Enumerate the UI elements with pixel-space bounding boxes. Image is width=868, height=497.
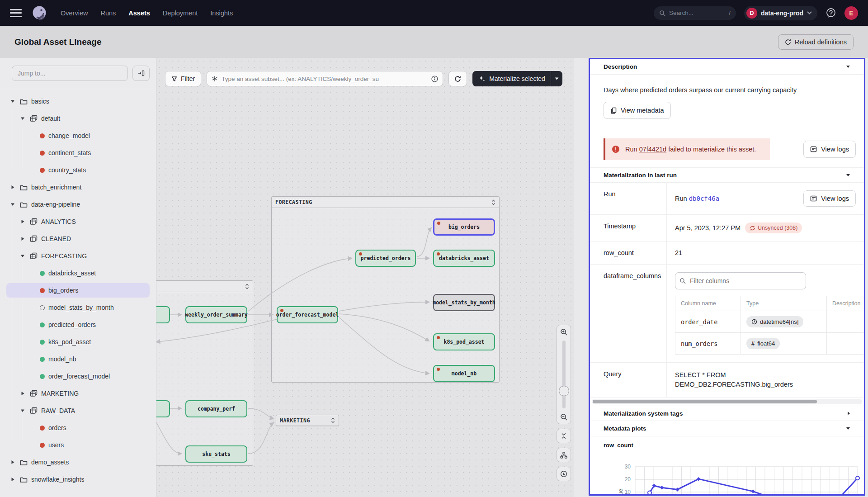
- sidebar-item-continent_stats[interactable]: continent_stats: [0, 144, 156, 161]
- sidebar-item-demo_assets[interactable]: demo_assets: [0, 454, 156, 471]
- search-input[interactable]: Search... /: [654, 6, 736, 20]
- sidebar-item-basics[interactable]: basics: [0, 93, 156, 110]
- asset-subset-input[interactable]: [222, 76, 428, 82]
- tree-down-arrow-icon[interactable]: [19, 409, 26, 412]
- run-failed-alert: Run 07f4421d failed to materialize this …: [604, 138, 770, 160]
- graph-node-big_orders[interactable]: big_orders: [433, 218, 495, 236]
- system-tags-section-header[interactable]: Materialization system tags: [590, 406, 864, 421]
- nav-item-overview[interactable]: Overview: [61, 9, 88, 17]
- materialize-selected-button[interactable]: Materialize selected: [472, 71, 562, 86]
- sidebar-item-raw_data[interactable]: RAW_DATA: [0, 402, 156, 419]
- graph-node-databricks_asset[interactable]: databricks_asset: [433, 250, 495, 267]
- graph-node-model_stats_by_month[interactable]: model_stats_by_month: [433, 294, 495, 311]
- logs-icon: [810, 146, 817, 152]
- collapse-groups-button[interactable]: [557, 429, 571, 443]
- filter-button[interactable]: Filter: [165, 71, 201, 86]
- asset-group-icon: [30, 252, 38, 260]
- run-id-link[interactable]: db0cf46a: [689, 195, 719, 202]
- graph-node-k8s_pod_asset[interactable]: k8s_pod_asset: [433, 333, 495, 350]
- sidebar-item-batch_enrichment[interactable]: batch_enrichment: [0, 179, 156, 196]
- sidebar-item-model_stats_by_month[interactable]: model_stats_by_month: [0, 299, 156, 316]
- sidebar-item-change_model[interactable]: change_model: [0, 127, 156, 144]
- jump-to-input[interactable]: [12, 66, 128, 81]
- sidebar-item-order_forecast_model[interactable]: order_forecast_model: [0, 368, 156, 385]
- zoom-in-button[interactable]: [557, 325, 571, 339]
- help-icon[interactable]: [826, 8, 836, 19]
- graph-node-weekly_order_summary[interactable]: weekly_order_summary: [185, 306, 247, 323]
- failed-run-link[interactable]: 07f4421d: [639, 146, 666, 153]
- sidebar-item-k8s_pod_asset[interactable]: k8s_pod_asset: [0, 333, 156, 350]
- sidebar-item-default[interactable]: default: [0, 110, 156, 127]
- deployment-name: data-eng-prod: [761, 9, 803, 17]
- sidebar-item-predicted_orders[interactable]: predicted_orders: [0, 316, 156, 333]
- graph-node-sku_stats[interactable]: sku_stats: [185, 445, 247, 463]
- folder-icon: [20, 201, 28, 208]
- sidebar-item-orders[interactable]: orders: [0, 419, 156, 436]
- sidebar-item-users[interactable]: users: [0, 436, 156, 454]
- scrollbar-thumb[interactable]: [593, 400, 817, 403]
- asset-status-dot-red: [40, 133, 45, 138]
- row-count-chart: 302010Value: [590, 450, 864, 496]
- tree-down-arrow-icon[interactable]: [9, 99, 16, 103]
- hash-icon: #: [751, 340, 755, 347]
- nav-item-assets[interactable]: Assets: [128, 9, 150, 17]
- view-metadata-button[interactable]: View metadata: [604, 102, 671, 119]
- graph-node-company_perf[interactable]: company_perf: [185, 400, 247, 417]
- sidebar-item-country_stats[interactable]: country_stats: [0, 161, 156, 179]
- menu-icon[interactable]: [10, 9, 22, 17]
- svg-text:10: 10: [625, 489, 631, 495]
- materialize-options-caret[interactable]: [551, 71, 562, 86]
- sidebar-item-model_nb[interactable]: model_nb: [0, 350, 156, 368]
- tree-down-arrow-icon[interactable]: [19, 117, 26, 120]
- recenter-button[interactable]: [557, 467, 571, 481]
- tree-right-arrow-icon[interactable]: [19, 219, 26, 224]
- tree-down-arrow-icon[interactable]: [9, 203, 16, 206]
- sidebar-item-databricks_asset[interactable]: databricks_asset: [0, 265, 156, 282]
- nav-item-deployment[interactable]: Deployment: [163, 9, 198, 17]
- tree-right-arrow-icon[interactable]: [9, 477, 16, 482]
- reload-definitions-button[interactable]: Reload definitions: [778, 34, 854, 50]
- tree-down-arrow-icon[interactable]: [19, 254, 26, 258]
- sidebar-item-forecasting[interactable]: FORECASTING: [0, 247, 156, 265]
- graph-node-partial[interactable]: [156, 306, 170, 323]
- user-avatar[interactable]: E: [844, 6, 858, 20]
- lineage-graph[interactable]: FORECASTINGMARKETING big_orderspredicted…: [156, 58, 574, 497]
- asset-status-dot-green: [40, 340, 45, 345]
- graph-node-order_forecast_model[interactable]: order_forecast_model: [277, 306, 338, 323]
- description-section-header[interactable]: Description: [590, 59, 864, 75]
- sidebar-item-cleaned[interactable]: CLEANED: [0, 230, 156, 247]
- materialization-section-header[interactable]: Materialization in last run: [590, 167, 864, 183]
- tree-right-arrow-icon[interactable]: [19, 391, 26, 396]
- chevron-down-icon: [846, 174, 850, 177]
- deployment-switcher[interactable]: D data-eng-prod: [744, 6, 817, 20]
- asset-group-icon: [30, 390, 38, 397]
- sidebar-item-label: order_forecast_model: [48, 373, 110, 380]
- zoom-slider-handle[interactable]: [559, 386, 569, 396]
- nav-item-runs[interactable]: Runs: [100, 9, 116, 17]
- filter-columns-input[interactable]: [675, 272, 806, 289]
- layout-tree-button[interactable]: [557, 448, 571, 462]
- tree-right-arrow-icon[interactable]: [9, 185, 16, 189]
- sidebar-item-analytics[interactable]: ANALYTICS: [0, 213, 156, 230]
- tree-right-arrow-icon[interactable]: [19, 237, 26, 241]
- refresh-graph-button[interactable]: [448, 71, 467, 86]
- sidebar-item-big_orders[interactable]: big_orders: [0, 282, 156, 299]
- sidebar-item-marketing[interactable]: MARKETING: [0, 385, 156, 402]
- tree-right-arrow-icon[interactable]: [9, 460, 16, 464]
- view-logs-button[interactable]: View logs: [803, 190, 856, 207]
- metadata-plots-section-header[interactable]: Metadata plots: [590, 421, 864, 436]
- info-icon[interactable]: [431, 76, 438, 82]
- collapse-sidebar-button[interactable]: [132, 66, 150, 81]
- zoom-slider[interactable]: [557, 339, 571, 410]
- view-logs-button[interactable]: View logs: [803, 141, 856, 158]
- sidebar-item-data-eng-pipeline[interactable]: data-eng-pipeline: [0, 196, 156, 213]
- graph-node-partial[interactable]: [156, 400, 170, 417]
- graph-node-model_nb[interactable]: model_nb: [433, 365, 495, 382]
- sidebar-item-snowflake_insights[interactable]: snowflake_insights: [0, 471, 156, 488]
- nav-item-insights[interactable]: Insights: [210, 9, 233, 17]
- graph-node-predicted_orders[interactable]: predicted_orders: [355, 250, 416, 267]
- sidebar-item-label: users: [48, 441, 64, 449]
- dagster-logo-icon[interactable]: [31, 5, 48, 22]
- dataframe-columns-row: dataframe_columns Column nameTypeDescrip…: [590, 265, 864, 363]
- zoom-out-button[interactable]: [557, 410, 571, 424]
